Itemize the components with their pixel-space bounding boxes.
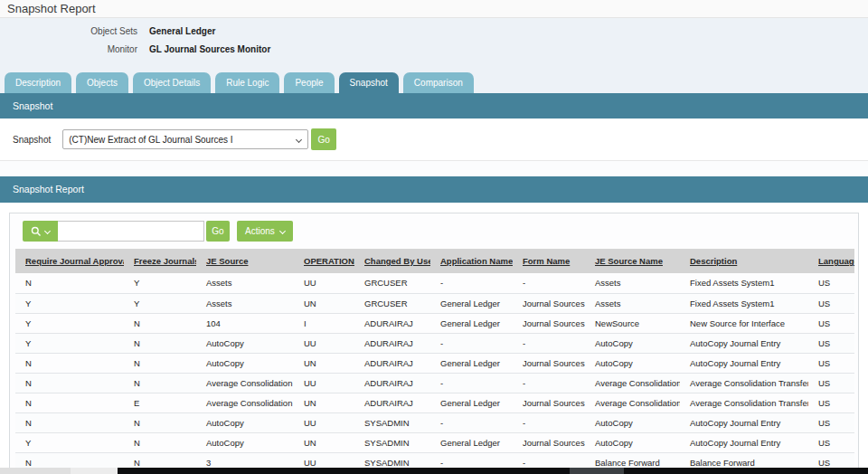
table-cell: Average Consolidation Transfer [680, 373, 808, 393]
column-header-description[interactable]: Description [680, 249, 808, 273]
report-section-title: Snapshot Report [13, 184, 84, 194]
table-cell: GRCUSER [354, 293, 430, 313]
column-header-je-source-name[interactable]: JE Source Name [585, 249, 680, 273]
report-area: Go Actions Require Journal ApprovalFreez… [0, 213, 868, 474]
table-cell: AutoCopy [196, 412, 294, 432]
table-cell: AutoCopy [196, 432, 294, 452]
column-header-freeze-journals[interactable]: Freeze Journals [124, 249, 196, 273]
table-cell: UU [294, 412, 354, 432]
table-cell: Journal Sources [513, 293, 585, 313]
report-toolbar: Go Actions [23, 221, 854, 242]
tab-rule-logic[interactable]: Rule Logic [215, 72, 279, 93]
table-cell: General Ledger [430, 313, 513, 333]
snapshot-select[interactable]: (CT)New Extract of GL Journal Sources I [62, 129, 308, 149]
tab-comparison[interactable]: Comparison [403, 72, 474, 93]
section-gap [0, 161, 868, 176]
table-cell: Average Consolidation [585, 393, 680, 412]
monitor-value: GL Journal Sources Monitor [149, 44, 270, 54]
table-cell: ADURAIRAJ [354, 353, 430, 373]
table-cell: - [513, 373, 585, 393]
table-cell: AutoCopy Journal Entry [680, 412, 808, 432]
tab-snapshot[interactable]: Snapshot [339, 72, 399, 93]
column-header-form-name[interactable]: Form Name [513, 249, 585, 273]
snapshot-go-button[interactable]: Go [311, 128, 336, 150]
table-row: YNAutoCopyUUADURAIRAJ--AutoCopyAutoCopy … [15, 333, 854, 353]
table-cell: - [513, 273, 585, 293]
tab-people[interactable]: People [284, 72, 334, 93]
table-cell: Y [15, 293, 124, 313]
table-cell: N [15, 393, 124, 412]
column-header-changed-by-user[interactable]: Changed By User [354, 249, 430, 273]
table-row: NEAverage ConsolidationUNADURAIRAJGenera… [15, 393, 854, 412]
table-cell: Y [15, 313, 124, 333]
column-header-language[interactable]: Language [808, 249, 854, 273]
table-cell: - [430, 373, 513, 393]
column-header-operation-[interactable]: OPERATION$ [294, 249, 354, 273]
table-cell: AutoCopy Journal Entry [680, 353, 808, 373]
table-cell: ADURAIRAJ [354, 313, 430, 333]
table-cell: N [124, 432, 196, 452]
report-card: Go Actions Require Journal ApprovalFreez… [9, 213, 859, 474]
bottom-strip-track [0, 468, 71, 474]
actions-button[interactable]: Actions [237, 221, 293, 242]
table-cell: Assets [196, 293, 294, 313]
object-sets-row: Object Sets General Ledger [0, 18, 868, 36]
snapshot-field-label: Snapshot [13, 135, 51, 145]
table-cell: Average Consolidation [585, 373, 680, 393]
bottom-strip-thumb[interactable] [570, 468, 624, 474]
tab-object-details[interactable]: Object Details [133, 72, 211, 93]
table-cell: ADURAIRAJ [354, 373, 430, 393]
snapshot-select-value: (CT)New Extract of GL Journal Sources I [69, 135, 232, 145]
table-cell: N [15, 273, 124, 293]
bottom-strip-track-light [71, 468, 118, 474]
search-go-button[interactable]: Go [206, 221, 230, 242]
table-cell: Assets [585, 293, 680, 313]
tab-description[interactable]: Description [5, 72, 71, 93]
table-cell: New Source for Interface [680, 313, 808, 333]
table-row: YNAutoCopyUNSYSADMINGeneral LedgerJourna… [15, 432, 854, 452]
table-cell: UN [294, 393, 354, 412]
monitor-row: Monitor GL Journal Sources Monitor [0, 36, 868, 54]
column-header-application-name[interactable]: Application Name [430, 249, 513, 273]
table-cell: US [808, 273, 854, 293]
table-cell: - [513, 412, 585, 432]
table-cell: US [808, 432, 854, 452]
table-cell: AutoCopy [585, 432, 680, 452]
table-cell: Journal Sources [513, 393, 585, 412]
snapshot-select-panel: Snapshot (CT)New Extract of GL Journal S… [0, 118, 868, 161]
table-cell: UU [294, 373, 354, 393]
table-cell: NewSource [585, 313, 680, 333]
search-input[interactable] [58, 221, 204, 242]
table-cell: Average Consolidation [196, 373, 294, 393]
table-cell: N [15, 412, 124, 432]
table-cell: N [124, 373, 196, 393]
bottom-strip-bar [118, 468, 868, 474]
monitor-info-section: Object Sets General Ledger Monitor GL Jo… [0, 18, 868, 93]
table-header-row: Require Journal ApprovalFreeze JournalsJ… [15, 249, 854, 273]
table-cell: Journal Sources [513, 313, 585, 333]
table-cell: N [124, 313, 196, 333]
table-cell: ADURAIRAJ [354, 393, 430, 412]
actions-button-label: Actions [245, 226, 275, 236]
table-cell: Assets [196, 273, 294, 293]
table-cell: UU [294, 333, 354, 353]
table-cell: General Ledger [430, 293, 513, 313]
table-cell: Y [124, 273, 196, 293]
column-header-require-journal-approval[interactable]: Require Journal Approval [15, 249, 124, 273]
app-window: Snapshot Report Object Sets General Ledg… [0, 0, 868, 474]
tab-objects[interactable]: Objects [76, 72, 128, 93]
table-cell: SYSADMIN [354, 412, 430, 432]
table-cell: General Ledger [430, 353, 513, 373]
search-button[interactable] [23, 221, 58, 242]
column-header-je-source[interactable]: JE Source [196, 249, 294, 273]
table-cell: AutoCopy Journal Entry [680, 333, 808, 353]
table-row: NNAverage ConsolidationUUADURAIRAJ--Aver… [15, 373, 854, 393]
table-cell: UN [294, 432, 354, 452]
table-cell: Journal Sources [513, 432, 585, 452]
report-table: Require Journal ApprovalFreeze JournalsJ… [15, 249, 854, 473]
table-row: NYAssetsUUGRCUSER--AssetsFixed Assets Sy… [15, 273, 854, 293]
table-cell: AutoCopy Journal Entry [680, 432, 808, 452]
table-cell: - [430, 333, 513, 353]
table-cell: Y [15, 432, 124, 452]
table-cell: Assets [585, 273, 680, 293]
